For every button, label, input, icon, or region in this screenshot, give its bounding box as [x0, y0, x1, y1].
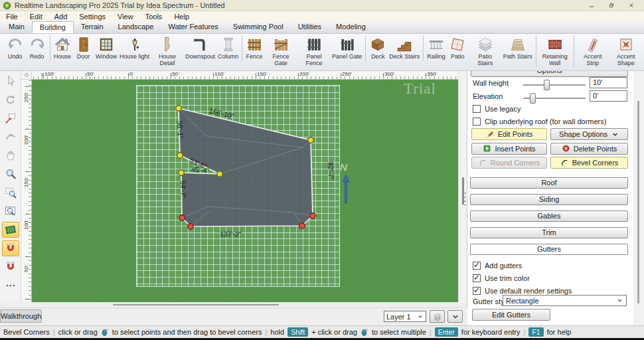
retaining-wall-button[interactable]: Retaining Wall: [536, 35, 572, 67]
rotate-tool[interactable]: [2, 92, 19, 108]
tab-terrain[interactable]: Terrain: [74, 21, 111, 33]
vertex-handle[interactable]: [176, 106, 181, 111]
tab-landscape[interactable]: Landscape: [111, 21, 161, 33]
window-button[interactable]: Window: [94, 35, 118, 61]
deck-stairs-button[interactable]: Deck Stairs: [388, 35, 421, 61]
expand-button[interactable]: [447, 310, 463, 323]
path-stairs-button[interactable]: Path Stairs: [502, 35, 534, 61]
checkbox-row[interactable]: Use default render settings: [473, 286, 572, 296]
menu-tools[interactable]: Tools: [139, 13, 169, 21]
checkbox[interactable]: [473, 274, 481, 282]
select-tool[interactable]: [2, 73, 19, 89]
menu-help[interactable]: Help: [168, 13, 195, 21]
gutter-style-dropdown[interactable]: Rectangle: [503, 295, 627, 306]
siding-section-button[interactable]: Siding: [470, 194, 628, 205]
fence-button[interactable]: Fence: [242, 35, 264, 61]
house-button[interactable]: House: [50, 35, 72, 61]
vertex-handle[interactable]: [177, 153, 183, 158]
gutters-section-button[interactable]: Gutters: [470, 244, 628, 255]
vertex-handle[interactable]: [308, 137, 313, 143]
menu-settings[interactable]: Settings: [73, 13, 112, 21]
panel-fence-button[interactable]: Panel Fence: [297, 35, 331, 67]
checkbox-row[interactable]: Clip underlying roof (for wall dormers): [473, 117, 606, 126]
round-corners-button[interactable]: Round Corners: [471, 157, 547, 169]
wall-height-slider-thumb[interactable]: [544, 80, 550, 90]
edit-gutters-button[interactable]: Edit Gutters: [472, 309, 550, 321]
edit-points-button[interactable]: Edit Points: [471, 128, 547, 140]
undo-button[interactable]: Undo: [4, 35, 26, 61]
vertex-handle[interactable]: [310, 213, 315, 218]
vertex-handle[interactable]: [299, 223, 305, 228]
checkbox-row[interactable]: Use legacy: [473, 104, 606, 114]
downspout-button[interactable]: Downspout: [184, 35, 216, 61]
tab-utilities[interactable]: Utilities: [291, 21, 329, 33]
canvas-horizontal-scrollbar[interactable]: [32, 303, 458, 307]
checkbox-row[interactable]: Add gutters: [473, 261, 572, 270]
checkbox-row[interactable]: Use trim color: [473, 274, 572, 283]
restore-button[interactable]: [602, 1, 621, 11]
more-tools[interactable]: [2, 278, 19, 294]
trim-section-button[interactable]: Trim: [470, 227, 628, 238]
shape-options-button[interactable]: Shape Options: [550, 128, 628, 140]
zoom-region-tool[interactable]: [2, 185, 19, 201]
patio-stairs-button[interactable]: Patio Stairs: [469, 35, 502, 67]
plan-canvas[interactable]: Trial 166'-10"58'-1"53'-6"45'-4"54'-7"92…: [32, 80, 458, 302]
vertex-handle[interactable]: [179, 215, 185, 220]
wall-height-slider[interactable]: [523, 84, 586, 86]
checkbox[interactable]: [473, 105, 481, 113]
zoom-extents-tool[interactable]: [2, 203, 19, 219]
menu-add[interactable]: Add: [48, 13, 74, 21]
panel-resize-grip[interactable]: [464, 191, 466, 206]
tab-water-features[interactable]: Water Features: [161, 21, 225, 33]
tab-main[interactable]: Main: [1, 21, 32, 33]
redo-button[interactable]: Redo: [26, 35, 48, 61]
wall-height-input[interactable]: 10': [590, 77, 627, 88]
patio-button[interactable]: Patio: [447, 35, 469, 61]
curve-tool[interactable]: [2, 129, 19, 145]
view-tab-walkthrough[interactable]: Walkthrough: [0, 309, 42, 323]
door-button[interactable]: Door: [72, 35, 94, 61]
panel-gate-button[interactable]: Panel Gate: [331, 35, 363, 61]
panel-scrollbar[interactable]: [633, 71, 644, 325]
tab-modeling[interactable]: Modeling: [329, 21, 373, 33]
gables-section-button[interactable]: Gables: [470, 211, 628, 222]
layer-dropdown[interactable]: Layer 1: [384, 311, 426, 322]
menu-file[interactable]: File: [0, 13, 24, 21]
railing-button[interactable]: Railing: [423, 35, 447, 61]
close-button[interactable]: [621, 1, 641, 11]
canvas-vertical-scrollbar[interactable]: [458, 71, 467, 302]
fence-gate-button[interactable]: Fence Gate: [264, 35, 297, 67]
minimize-button[interactable]: [582, 1, 602, 11]
elevation-input[interactable]: 0': [590, 90, 627, 102]
vertex-handle[interactable]: [188, 224, 193, 229]
tab-building[interactable]: Building: [32, 21, 74, 33]
options-button[interactable]: Options: [471, 71, 628, 77]
vertex-handle[interactable]: [217, 171, 222, 177]
scrollbar-thumb[interactable]: [113, 304, 279, 305]
deck-button[interactable]: Deck: [365, 35, 388, 61]
bevel-corners-button[interactable]: Bevel Corners: [550, 157, 628, 169]
checkbox[interactable]: [473, 287, 481, 295]
grid-snap-toggle[interactable]: [2, 222, 19, 238]
vertex-handle[interactable]: [179, 170, 184, 175]
scrollbar-thumb[interactable]: [637, 101, 639, 303]
layers-button[interactable]: [430, 310, 445, 323]
menu-edit[interactable]: Edit: [24, 13, 48, 21]
menu-view[interactable]: View: [112, 13, 139, 21]
angle-snap-toggle[interactable]: [2, 259, 19, 275]
accent-shape-button[interactable]: Accent Shape: [609, 35, 643, 67]
house-detail-button[interactable]: House Detail: [151, 35, 184, 67]
pan-tool[interactable]: [2, 147, 19, 163]
edit-points-tool[interactable]: [2, 110, 19, 126]
zoom-tool[interactable]: [2, 166, 19, 182]
accent-strip-button[interactable]: Accent Strip: [574, 35, 609, 67]
roof-section-button[interactable]: Roof: [470, 177, 628, 189]
house-light-button[interactable]: House light: [118, 35, 151, 61]
checkbox[interactable]: [473, 118, 481, 126]
column-button[interactable]: Column: [216, 35, 240, 61]
elevation-slider-thumb[interactable]: [530, 93, 536, 104]
object-snap-toggle[interactable]: [2, 240, 19, 256]
insert-points-button[interactable]: Insert Points: [471, 143, 547, 155]
tab-swimming-pool[interactable]: Swimming Pool: [226, 21, 291, 33]
checkbox[interactable]: [473, 262, 481, 270]
